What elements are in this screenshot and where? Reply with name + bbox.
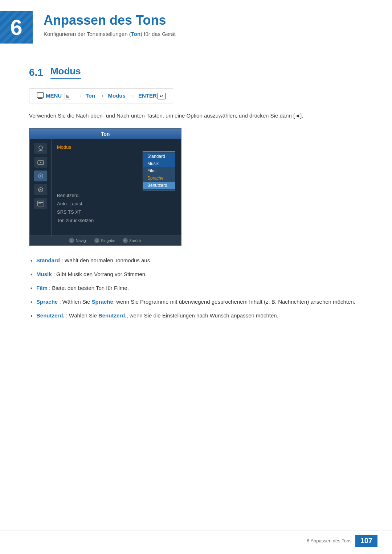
dropdown-film: Film (143, 167, 175, 175)
page-title: Anpassen des Tons (44, 13, 176, 28)
tv-screenshot: Ton (29, 128, 181, 246)
content-area: 6.1 Modus MENU ⊞ → Ton → Modus → ENTER↵ … (0, 55, 392, 336)
tv-footer-navig: ↕ Navig. (69, 238, 87, 243)
bullet-benutzerd: Benutzerd. : Wählen Sie Benutzerd., wenn… (29, 311, 363, 320)
menu-step3: ENTER (138, 93, 157, 99)
svg-rect-1 (39, 98, 41, 98)
tv-main-content: Modus Standard Musik Film Sprache Benutz… (52, 139, 181, 235)
footer-chapter-label: 6 Anpassen des Tons (307, 538, 351, 543)
bullet-film: Film : Bietet den besten Ton für Filme. (29, 284, 363, 292)
arrow-sep-1: → (77, 93, 82, 99)
bullet-sprache-bold2: Sprache (92, 299, 113, 305)
menu-label: MENU (46, 93, 62, 99)
page-header: 6 Anpassen des Tons Konfigurieren der To… (0, 0, 392, 51)
dropdown-musik: Musik (143, 160, 175, 167)
navig-label: Navig. (75, 238, 87, 243)
tv-menu-srs: SRS TS XT (57, 208, 175, 216)
svg-point-5 (40, 162, 41, 163)
sidebar-icon-5 (34, 198, 47, 209)
bullet-sprache-bold: Sprache (36, 299, 58, 305)
bullet-musik-bold: Musik (36, 271, 52, 277)
arrow-sep-2: → (99, 93, 104, 99)
svg-point-7 (40, 175, 41, 177)
bullet-benutzerd-text2: , wenn Sie die Einstellungen nach Wunsch… (126, 312, 278, 319)
section-title: Modus (50, 66, 81, 79)
menu-path-box: MENU ⊞ → Ton → Modus → ENTER↵ (29, 88, 173, 103)
eingabe-icon: □ (94, 238, 99, 243)
tv-footer-zurueck: ↩ Zurück (123, 238, 142, 243)
bullet-standard-text: : Wählt den normalen Tonmodus aus. (61, 257, 151, 263)
dropdown-sprache: Sprache (143, 175, 175, 182)
enter-icon: ↵ (158, 93, 166, 99)
bullet-sprache-text2: , wenn Sie Programme mit überwiegend ges… (113, 299, 355, 305)
bullet-list: Standard : Wählt den normalen Tonmodus a… (29, 256, 363, 320)
subtitle-prefix: Konfigurieren der Toneinstellungen ( (44, 31, 131, 37)
bullet-sprache-text1: : Wählen Sie (59, 299, 91, 305)
menu-grid-icon: ⊞ (65, 93, 71, 99)
menu-tv-icon (37, 92, 44, 99)
subtitle-bold: Ton (131, 31, 140, 37)
tv-menu-ton-zurueck: Ton zurücksetzen (57, 216, 175, 225)
svg-rect-11 (38, 204, 41, 204)
tv-body: Modus Standard Musik Film Sprache Benutz… (30, 139, 181, 235)
bullet-film-text: : Bietet den besten Ton für Filme. (49, 285, 129, 291)
page-footer: 6 Anpassen des Tons 107 (0, 530, 392, 547)
bullet-standard-bold: Standard (36, 257, 60, 263)
tv-menu-modus: Modus (57, 143, 175, 151)
description-text: Verwenden Sie die Nach-oben- und Nach-un… (29, 111, 363, 120)
tv-menu-benutzerd: Benutzerd. (57, 191, 175, 200)
sidebar-icon-1 (34, 143, 47, 154)
bullet-benutzerd-text1: : Wählen Sie (66, 312, 98, 319)
section-number: 6.1 (29, 67, 43, 78)
bullet-benutzerd-bold: Benutzerd. (36, 312, 65, 319)
header-text: Anpassen des Tons Konfigurieren der Tone… (44, 11, 176, 37)
tv-dropdown: Standard Musik Film Sprache Benutzerd. (143, 151, 175, 190)
dropdown-benutzerd: Benutzerd. (143, 182, 175, 189)
sidebar-icon-4 (34, 184, 47, 195)
bullet-sprache: Sprache : Wählen Sie Sprache, wenn Sie P… (29, 297, 363, 306)
svg-rect-0 (37, 93, 44, 98)
dropdown-standard: Standard (143, 153, 175, 160)
menu-step1: Ton (86, 93, 95, 99)
tv-dropdown-area: Standard Musik Film Sprache Benutzerd. (57, 151, 175, 190)
chapter-number-box: 6 (0, 11, 33, 44)
svg-rect-10 (38, 202, 43, 203)
page-subtitle: Konfigurieren der Toneinstellungen (Ton)… (44, 31, 176, 37)
menu-path-text: MENU ⊞ → Ton → Modus → ENTER↵ (46, 93, 166, 99)
zurueck-icon: ↩ (123, 238, 128, 243)
sidebar-icon-3-active (34, 171, 47, 181)
zurueck-label: Zurück (129, 238, 142, 243)
navig-icon: ↕ (69, 238, 74, 243)
tv-footer: ↕ Navig. □ Eingabe ↩ Zurück (30, 235, 181, 245)
svg-rect-2 (38, 98, 42, 99)
section-heading: 6.1 Modus (29, 66, 363, 79)
tv-sidebar (30, 139, 52, 235)
chapter-number: 6 (10, 15, 22, 40)
svg-point-3 (39, 146, 42, 149)
bullet-film-bold: Film (36, 285, 48, 291)
bullet-musik: Musik : Gibt Musik den Vorrang vor Stimm… (29, 270, 363, 279)
subtitle-suffix: ) für das Gerät (140, 31, 176, 37)
eingabe-label: Eingabe (101, 238, 115, 243)
bullet-benutzerd-bold2: Benutzerd. (98, 312, 127, 319)
footer-page-number: 107 (355, 535, 377, 547)
menu-step2: Modus (108, 93, 125, 99)
bullet-standard: Standard : Wählt den normalen Tonmodus a… (29, 256, 363, 265)
tv-footer-eingabe: □ Eingabe (94, 238, 115, 243)
tv-menu-auto-lautst: Auto. Lautst. (57, 200, 175, 208)
tv-title-bar: Ton (30, 129, 181, 139)
arrow-sep-3: → (129, 93, 135, 99)
sidebar-icon-2 (34, 157, 47, 168)
bullet-musik-text: : Gibt Musik den Vorrang vor Stimmen. (53, 271, 147, 277)
